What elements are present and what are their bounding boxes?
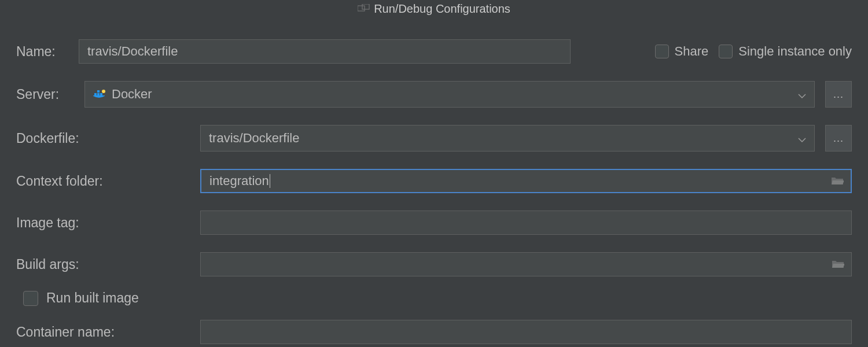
name-value: travis/Dockerfile: [87, 44, 178, 59]
share-checkbox-group: Share: [655, 44, 709, 59]
window-title: Run/Debug Configurations: [374, 2, 510, 16]
context-folder-value: integration: [209, 174, 269, 189]
text-caret: [270, 174, 270, 188]
folder-icon[interactable]: [831, 174, 844, 189]
svg-rect-0: [358, 6, 365, 11]
container-name-row: Container name:: [16, 320, 852, 344]
context-folder-label: Context folder:: [16, 174, 190, 189]
build-args-label: Build args:: [16, 257, 190, 272]
server-more-button[interactable]: ...: [825, 81, 852, 108]
single-instance-label: Single instance only: [738, 44, 852, 59]
single-instance-checkbox-group: Single instance only: [719, 44, 852, 59]
chevron-down-icon: [798, 131, 806, 146]
name-row: Name: travis/Dockerfile Share Single ins…: [16, 39, 852, 64]
server-row: Server: Docker ...: [16, 81, 852, 108]
server-select[interactable]: Docker: [84, 81, 815, 108]
title-bar: Run/Debug Configurations: [0, 0, 868, 17]
build-args-input[interactable]: [200, 252, 852, 276]
image-tag-label: Image tag:: [16, 215, 190, 231]
chevron-down-icon: [798, 87, 806, 102]
more-icon: ...: [833, 132, 844, 145]
name-input[interactable]: travis/Dockerfile: [79, 39, 571, 64]
run-built-image-row: Run built image: [16, 290, 852, 306]
image-tag-input[interactable]: [200, 211, 852, 235]
folder-icon[interactable]: [832, 257, 844, 272]
server-label: Server:: [16, 87, 74, 102]
build-args-row: Build args:: [16, 252, 852, 276]
single-instance-checkbox[interactable]: [719, 45, 733, 58]
docker-icon: [93, 89, 107, 99]
svg-rect-3: [97, 93, 100, 95]
run-built-image-label: Run built image: [46, 290, 139, 306]
dockerfile-label: Dockerfile:: [16, 131, 190, 146]
svg-rect-5: [97, 90, 100, 93]
share-label: Share: [675, 44, 709, 59]
windows-icon: [358, 4, 370, 13]
context-folder-input[interactable]: integration: [200, 169, 852, 193]
image-tag-row: Image tag:: [16, 211, 852, 235]
svg-rect-4: [100, 93, 102, 95]
svg-rect-1: [362, 4, 369, 9]
server-value: Docker: [112, 87, 152, 102]
name-label: Name:: [16, 44, 68, 60]
svg-rect-2: [94, 93, 97, 95]
container-name-input[interactable]: [200, 320, 852, 344]
dockerfile-row: Dockerfile: travis/Dockerfile ...: [16, 125, 852, 152]
dockerfile-select[interactable]: travis/Dockerfile: [200, 125, 815, 152]
container-name-label: Container name:: [16, 324, 190, 340]
context-folder-row: Context folder: integration: [16, 169, 852, 193]
dockerfile-more-button[interactable]: ...: [825, 125, 852, 152]
run-built-image-checkbox[interactable]: [23, 291, 38, 306]
dockerfile-value: travis/Dockerfile: [209, 131, 299, 146]
share-checkbox[interactable]: [655, 45, 669, 58]
svg-point-6: [102, 90, 105, 93]
more-icon: ...: [833, 88, 844, 101]
